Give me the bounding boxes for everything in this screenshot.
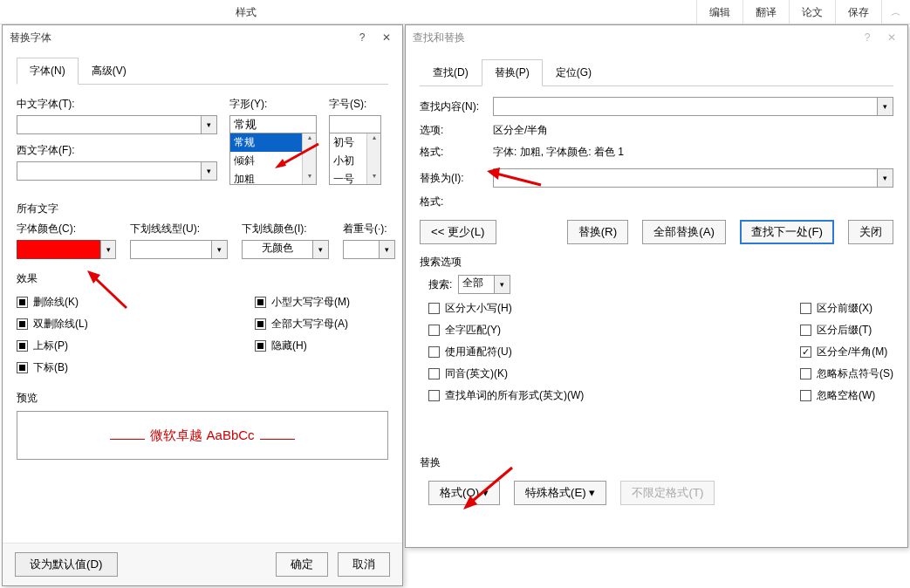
check-strikethrough[interactable]: 删除线(K) (17, 295, 79, 310)
label-font-color: 字体颜色(C): (17, 222, 116, 236)
search-direction-select[interactable]: 全部▾ (458, 275, 510, 294)
font-dialog-tabs: 字体(N) 高级(V) (17, 57, 388, 85)
dialog-title-text: 替换字体 (10, 31, 51, 45)
label-format: 格式: (420, 145, 493, 160)
checkbox-option[interactable]: 区分全/半角(M) (800, 345, 893, 359)
ribbon-tab-paper[interactable]: 论文 (789, 0, 835, 24)
label-format2: 格式: (420, 195, 493, 209)
dialog-titlebar: 替换字体 ? ✕ (3, 25, 402, 50)
underline-style-select[interactable]: ▾ (130, 240, 228, 259)
dialog-title-text: 查找和替换 (413, 31, 465, 45)
preview-box: 微软卓越 AaBbCc (17, 411, 388, 460)
tab-find[interactable]: 查找(D) (420, 59, 482, 86)
ribbon-collapse-caret[interactable]: ︿ (891, 5, 901, 20)
style-listbox[interactable]: 常规 倾斜 加粗 ▴▾ (229, 133, 317, 185)
checkbox-option[interactable]: 忽略标点符号(S) (800, 366, 893, 381)
format-value: 字体: 加粗, 字体颜色: 着色 1 (493, 145, 624, 160)
preview-text: 微软卓越 AaBbCc (105, 427, 299, 444)
label-style: 字形(Y): (229, 97, 317, 112)
label-ul-color: 下划线颜色(I): (242, 222, 329, 236)
find-what-input[interactable]: ▾ (493, 97, 893, 116)
label-replace-section: 替换 (420, 455, 893, 470)
ribbon-tab-edit[interactable]: 编辑 (696, 0, 742, 24)
label-emphasis: 着重号(·): (343, 222, 395, 236)
checkbox-option[interactable]: 区分前缀(X) (800, 301, 893, 316)
label-replace-with: 替换为(I): (420, 171, 493, 186)
find-next-button[interactable]: 查找下一处(F) (740, 220, 834, 244)
label-effects: 效果 (17, 271, 388, 286)
tab-advanced[interactable]: 高级(V) (79, 58, 140, 85)
scrollbar[interactable]: ▴▾ (366, 133, 380, 184)
dialog-titlebar: 查找和替换 ? ✕ (406, 25, 907, 50)
replace-with-input[interactable]: ▾ (493, 168, 893, 188)
check-subscript[interactable]: 下标(B) (17, 360, 68, 375)
find-replace-tabs: 查找(D) 替换(P) 定位(G) (420, 58, 893, 86)
label-size: 字号(S): (329, 97, 381, 112)
ribbon-tabs: 编辑 翻译 论文 保存 ︿ (696, 0, 901, 24)
tab-font[interactable]: 字体(N) (17, 58, 79, 85)
check-allcaps[interactable]: 全部大写字母(A) (255, 317, 348, 332)
close-icon[interactable]: ✕ (879, 25, 904, 50)
checkbox-option[interactable]: 使用通配符(U) (428, 345, 584, 359)
label-ul-style: 下划线线型(U): (130, 222, 228, 236)
ok-button[interactable]: 确定 (276, 552, 328, 577)
underline-color-select[interactable]: 无颜色▾ (242, 240, 329, 259)
special-format-button[interactable]: 特殊格式(E) ▾ (514, 481, 606, 505)
cancel-button[interactable]: 取消 (338, 552, 390, 577)
checkbox-option[interactable]: 查找单词的所有形式(英文)(W) (428, 388, 584, 403)
ribbon-tab-save[interactable]: 保存 (835, 0, 882, 24)
label-options: 选项: (420, 123, 493, 138)
no-format-button: 不限定格式(T) (620, 481, 715, 505)
checkbox-option[interactable]: 忽略空格(W) (800, 388, 893, 403)
checkbox-option[interactable]: 区分后缀(T) (800, 323, 893, 338)
close-icon[interactable]: ✕ (374, 25, 399, 50)
tab-replace[interactable]: 替换(P) (482, 59, 543, 86)
size-listbox[interactable]: 初号 小初 一号 ▴▾ (329, 133, 381, 185)
scrollbar[interactable]: ▴▾ (302, 133, 316, 184)
checkbox-option[interactable]: 同音(英文)(K) (428, 366, 584, 381)
find-replace-dialog: 查找和替换 ? ✕ 查找(D) 替换(P) 定位(G) 查找内容(N): ▾ 选… (405, 24, 908, 548)
help-button[interactable]: ? (855, 25, 879, 50)
west-font-select[interactable]: ▾ (17, 161, 217, 181)
format-button[interactable]: 格式(O) ▾ (428, 481, 500, 505)
label-search-options: 搜索选项 (420, 255, 893, 270)
font-color-dropdown[interactable]: ▾ (17, 240, 116, 259)
less-button[interactable]: << 更少(L) (420, 220, 496, 244)
style-input[interactable] (229, 115, 317, 133)
ribbon-bar: 样式 编辑 翻译 论文 保存 ︿ (0, 0, 910, 24)
replace-button[interactable]: 替换(R) (567, 220, 629, 244)
options-value: 区分全/半角 (493, 123, 548, 138)
checkbox-option[interactable]: 全字匹配(Y) (428, 323, 584, 338)
checkbox-option[interactable]: 区分大小写(H) (428, 301, 584, 316)
emphasis-select[interactable]: ▾ (343, 240, 395, 259)
font-color-swatch (17, 240, 100, 259)
dialog-footer: 设为默认值(D) 确定 取消 (3, 543, 402, 585)
cn-font-select[interactable]: ▾ (17, 115, 217, 134)
size-input[interactable] (329, 115, 381, 133)
label-find-what: 查找内容(N): (420, 99, 493, 114)
label-all-text: 所有文字 (17, 202, 388, 216)
check-double-strike[interactable]: 双删除线(L) (17, 317, 88, 332)
label-cn-font: 中文字体(T): (17, 97, 217, 112)
check-smallcaps[interactable]: 小型大写字母(M) (255, 295, 350, 310)
replace-font-dialog: 替换字体 ? ✕ 字体(N) 高级(V) 中文字体(T): ▾ 西文字体(F): (2, 24, 403, 586)
label-search: 搜索: (428, 277, 452, 292)
label-preview: 预览 (17, 391, 388, 406)
ribbon-tab-translate[interactable]: 翻译 (742, 0, 789, 24)
ribbon-title: 样式 (236, 5, 257, 20)
check-hidden[interactable]: 隐藏(H) (255, 338, 307, 353)
help-button[interactable]: ? (350, 25, 374, 50)
label-west-font: 西文字体(F): (17, 143, 217, 158)
tab-goto[interactable]: 定位(G) (543, 59, 605, 86)
close-button[interactable]: 关闭 (848, 220, 893, 244)
set-default-button[interactable]: 设为默认值(D) (15, 552, 118, 577)
replace-all-button[interactable]: 全部替换(A) (642, 220, 726, 244)
check-superscript[interactable]: 上标(P) (17, 338, 68, 353)
